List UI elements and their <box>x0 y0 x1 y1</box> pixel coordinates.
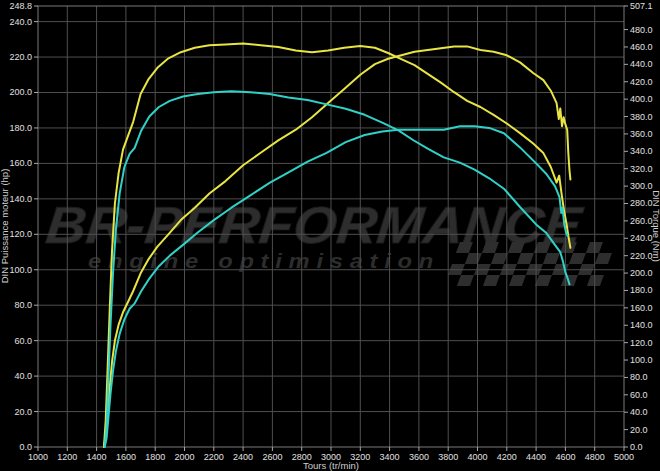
y-right-tick-label: 120.0 <box>630 338 653 348</box>
y-left-tick-label: 220.0 <box>9 52 32 62</box>
x-tick-label: 4800 <box>585 452 605 462</box>
y-right-tick-label: 200.0 <box>630 268 653 278</box>
y-right-tick-label: 220.0 <box>630 251 653 261</box>
y-left-tick-label: 160.0 <box>9 158 32 168</box>
y-right-tick-label: 40.0 <box>630 407 648 417</box>
y-right-tick-label: 300.0 <box>630 181 653 191</box>
y-right-tick-label: 160.0 <box>630 303 653 313</box>
y-right-tick-label: 140.0 <box>630 320 653 330</box>
x-axis-title: Tours (tr/min) <box>303 460 359 471</box>
x-tick-label: 1200 <box>57 452 77 462</box>
brand-watermark: BR-PERFORMANCEengine optimisation <box>43 196 616 286</box>
x-tick-label: 3400 <box>380 452 400 462</box>
x-tick-label: 1800 <box>145 452 165 462</box>
y-right-tick-label: 60.0 <box>630 390 648 400</box>
y-left-tick-label: 40.0 <box>14 371 32 381</box>
x-tick-label: 3600 <box>409 452 429 462</box>
watermark-brand-text: BR-PERFORMANCE <box>43 196 586 254</box>
y-right-tick-label: 360.0 <box>630 129 653 139</box>
y-right-tick-label: 100.0 <box>630 355 653 365</box>
y-left-tick-label: 180.0 <box>9 123 32 133</box>
x-tick-label: 2400 <box>233 452 253 462</box>
right-axis-title: DIN Torque (Nm) <box>651 190 660 262</box>
y-right-tick-label: 340.0 <box>630 146 653 156</box>
left-axis-title: DIN Puissance moteur (hp) <box>0 169 10 284</box>
y-left-tick-label: 248.8 <box>9 1 32 11</box>
x-tick-label: 1400 <box>87 452 107 462</box>
y-right-tick-label: 20.0 <box>630 425 648 435</box>
x-tick-label: 2000 <box>174 452 194 462</box>
y-right-tick-label: 80.0 <box>630 372 648 382</box>
y-right-tick-label: 0.0 <box>630 442 643 452</box>
y-left-tick-label: 140.0 <box>9 194 32 204</box>
dyno-chart-canvas: BR-PERFORMANCEengine optimisation 248.82… <box>0 0 660 471</box>
x-tick-label: 1000 <box>28 452 48 462</box>
y-right-tick-label: 180.0 <box>630 285 653 295</box>
grid-lines <box>38 6 624 447</box>
y-right-tick-label: 400.0 <box>630 94 653 104</box>
dyno-chart: BR-PERFORMANCEengine optimisation 248.82… <box>0 0 660 471</box>
watermark-tagline-text: engine optimisation <box>88 249 440 272</box>
y-left-tick-label: 0.0 <box>19 442 32 452</box>
x-tick-label: 3800 <box>438 452 458 462</box>
y-right-tick-label: 260.0 <box>630 216 653 226</box>
x-tick-label: 4400 <box>526 452 546 462</box>
y-right-tick-label: 320.0 <box>630 164 653 174</box>
x-tick-label: 4200 <box>497 452 517 462</box>
x-tick-label: 4600 <box>555 452 575 462</box>
y-right-tick-label: 480.0 <box>630 25 653 35</box>
y-left-tick-label: 240.0 <box>9 17 32 27</box>
x-tick-label: 1600 <box>116 452 136 462</box>
y-right-tick-label: 280.0 <box>630 198 653 208</box>
curve-stock-power <box>105 126 568 447</box>
x-tick-label: 4000 <box>467 452 487 462</box>
y-left-tick-label: 20.0 <box>14 407 32 417</box>
y-left-tick-label: 120.0 <box>9 229 32 239</box>
x-tick-label: 2600 <box>262 452 282 462</box>
y-left-tick-label: 80.0 <box>14 300 32 310</box>
y-left-tick-label: 60.0 <box>14 336 32 346</box>
x-tick-label: 5000 <box>614 452 634 462</box>
x-tick-label: 2200 <box>204 452 224 462</box>
y-right-tick-label: 440.0 <box>630 59 653 69</box>
y-right-tick-label: 507.1 <box>630 1 653 11</box>
y-right-tick-label: 420.0 <box>630 77 653 87</box>
y-right-tick-label: 380.0 <box>630 112 653 122</box>
y-right-tick-label: 240.0 <box>630 233 653 243</box>
y-right-tick-label: 460.0 <box>630 42 653 52</box>
y-left-tick-label: 100.0 <box>9 265 32 275</box>
y-left-tick-label: 200.0 <box>9 87 32 97</box>
